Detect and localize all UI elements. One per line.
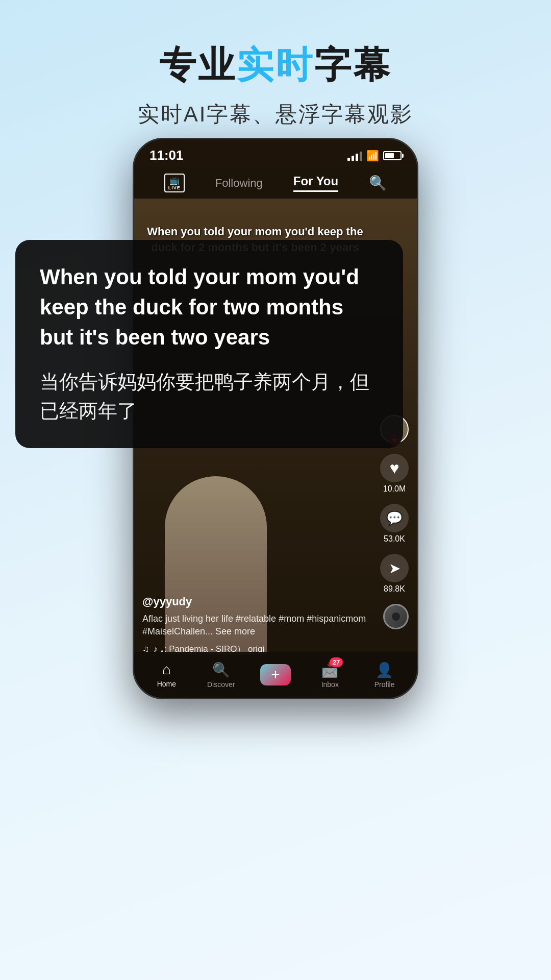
title-part1: 专业 — [159, 44, 237, 85]
subtitle-card: When you told your mom you'd keep the du… — [15, 240, 403, 448]
tiktok-top-nav: 📺 LIVE Following For You 🔍 — [134, 167, 417, 199]
live-button[interactable]: 📺 LIVE — [164, 174, 185, 192]
username[interactable]: @yyyudy — [142, 595, 371, 608]
discover-icon: 🔍 — [212, 662, 230, 678]
discover-label: Discover — [207, 680, 235, 689]
subtitle-chinese: 当你告诉妈妈你要把鸭子养两个月，但已经两年了 — [40, 368, 379, 426]
share-icon: ➤ — [389, 560, 400, 577]
title-part2: 字幕 — [314, 44, 392, 85]
inbox-label: Inbox — [321, 680, 339, 689]
music-disc — [383, 604, 409, 629]
nav-create[interactable]: + — [248, 664, 303, 685]
profile-label: Profile — [374, 680, 395, 689]
subtitle-text: 实时AI字幕、悬浮字幕观影 — [0, 100, 551, 129]
subtitle-english: When you told your mom you'd keep the du… — [40, 262, 379, 352]
share-button[interactable]: ➤ 89.8K — [380, 554, 409, 594]
home-icon: ⌂ — [162, 662, 171, 678]
create-plus-button[interactable]: + — [260, 664, 291, 685]
nav-inbox[interactable]: 📩 27 Inbox — [303, 662, 357, 689]
video-bottom-info: @yyyudy Aflac just living her life #rela… — [142, 595, 371, 655]
home-label: Home — [157, 680, 176, 688]
comment-count: 53.0K — [384, 534, 405, 544]
comment-button[interactable]: 💬 53.0K — [380, 504, 409, 544]
status-icons: 📶 — [347, 150, 402, 162]
search-icon[interactable]: 🔍 — [369, 175, 387, 191]
like-count: 10.0M — [383, 484, 406, 494]
promo-header: 专业实时字幕 实时AI字幕、悬浮字幕观影 — [0, 0, 551, 149]
status-time: 11:01 — [149, 148, 184, 163]
bottom-nav: ⌂ Home 🔍 Discover + 📩 27 Inbox 👤 — [134, 652, 417, 698]
wifi-icon: 📶 — [366, 150, 379, 162]
battery-icon — [383, 151, 402, 160]
nav-profile[interactable]: 👤 Profile — [357, 662, 412, 689]
profile-icon: 👤 — [375, 662, 393, 678]
comment-icon: 💬 — [386, 510, 403, 526]
status-bar: 11:01 📶 — [134, 139, 417, 167]
nav-discover[interactable]: 🔍 Discover — [194, 662, 248, 689]
inbox-badge: 27 — [330, 657, 343, 667]
like-button[interactable]: ♥ 10.0M — [380, 454, 409, 494]
signal-icon — [347, 151, 362, 161]
title-highlight: 实时 — [237, 44, 314, 85]
following-tab[interactable]: Following — [215, 177, 263, 190]
main-title: 专业实时字幕 — [0, 41, 551, 90]
heart-icon: ♥ — [390, 459, 399, 478]
nav-home[interactable]: ⌂ Home — [139, 662, 194, 688]
live-label: LIVE — [168, 185, 181, 190]
foryou-tab[interactable]: For You — [293, 174, 338, 192]
video-caption: Aflac just living her life #relatable #m… — [142, 612, 371, 638]
share-count: 89.8K — [384, 584, 405, 594]
